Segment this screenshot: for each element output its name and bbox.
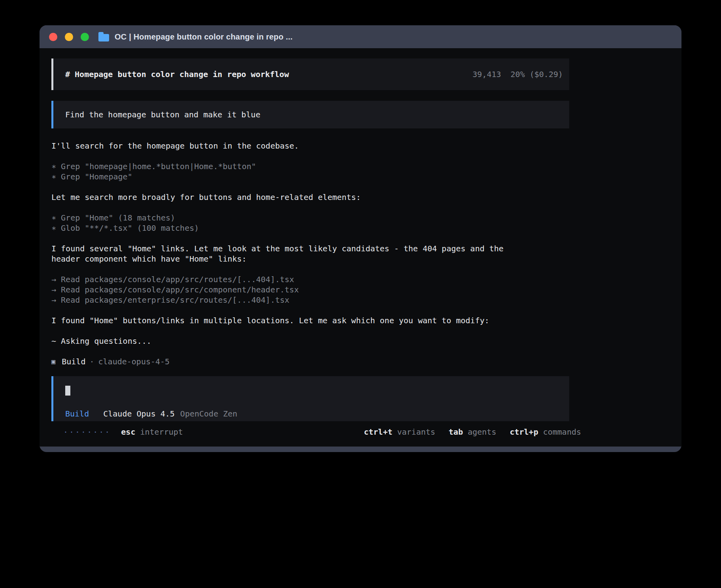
assistant-message: I'll search for the homepage button in t…: [51, 141, 569, 151]
keyboard-hints: ctrl+t variants tab agents ctrl+p comman…: [364, 427, 581, 437]
hint-label: variants: [397, 427, 435, 437]
folder-icon: [98, 34, 109, 41]
tool-call-line: ∗ Grep "homepage|home.*button|Home.*butt…: [51, 161, 569, 172]
hint-key: ctrl+t: [364, 427, 392, 437]
esc-key-label: esc: [121, 427, 135, 437]
model-provider: OpenCode Zen: [180, 409, 238, 419]
hint-key: ctrl+p: [510, 427, 538, 437]
interrupt-label: interrupt: [140, 427, 183, 437]
assistant-text-line: Let me search more broadly for buttons a…: [51, 192, 569, 202]
spinner-dots: ········: [63, 427, 111, 437]
tool-call-line: → Read packages/console/app/src/routes/[…: [51, 274, 569, 285]
status-bar: ········ esc interrupt ctrl+t variants t…: [63, 427, 581, 437]
zoom-button[interactable]: [81, 33, 89, 41]
agent-separator: ·: [89, 356, 94, 367]
tool-call-line: ∗ Glob "**/*.tsx" (100 matches): [51, 223, 569, 233]
tool-call-line: ∗ Grep "Homepage": [51, 172, 569, 182]
window-controls: [49, 33, 89, 41]
agent-name: Build: [62, 356, 85, 367]
hint-agents: tab agents: [449, 427, 496, 437]
status-text: ~ Asking questions...: [51, 336, 569, 346]
model-name: Claude Opus 4.5: [103, 409, 175, 419]
model-status-line: Build Claude Opus 4.5 OpenCode Zen: [65, 409, 557, 419]
prompt-input[interactable]: Build Claude Opus 4.5 OpenCode Zen: [51, 376, 569, 421]
hint-key: tab: [449, 427, 463, 437]
tool-call-line: → Read packages/console/app/src/componen…: [51, 285, 569, 295]
titlebar: OC | Homepage button color change in rep…: [40, 25, 681, 48]
hint-commands: ctrl+p commands: [510, 427, 581, 437]
tool-call-group: ∗ Grep "homepage|home.*button|Home.*butt…: [51, 161, 569, 182]
window-title-group: OC | Homepage button color change in rep…: [98, 32, 293, 41]
tool-call-group: → Read packages/console/app/src/routes/[…: [51, 274, 569, 305]
assistant-message: Let me search more broadly for buttons a…: [51, 192, 569, 202]
assistant-message: I found several "Home" links. Let me loo…: [51, 243, 569, 264]
session-stats: 39,413 20% ($0.29): [472, 70, 563, 79]
hint-label: agents: [468, 427, 496, 437]
agent-icon: ▣: [51, 356, 55, 367]
terminal-content: # Homepage button color change in repo w…: [40, 48, 681, 447]
agent-model: claude-opus-4-5: [98, 356, 170, 367]
assistant-text-line: I found "Home" buttons/links in multiple…: [51, 315, 569, 326]
user-message: Find the homepage button and make it blu…: [51, 101, 569, 128]
user-message-text: Find the homepage button and make it blu…: [65, 109, 260, 120]
context-usage: 20% ($0.29): [511, 70, 563, 79]
assistant-text-line: header component which have "Home" links…: [51, 254, 569, 264]
minimize-button[interactable]: [65, 33, 73, 41]
status-line: ~ Asking questions...: [51, 336, 569, 346]
session-title: # Homepage button color change in repo w…: [65, 69, 289, 79]
hint-variants: ctrl+t variants: [364, 427, 435, 437]
hint-label: commands: [543, 427, 581, 437]
agent-mode-label: Build: [65, 409, 89, 419]
assistant-text-line: I found several "Home" links. Let me loo…: [51, 243, 569, 254]
window-title: OC | Homepage button color change in rep…: [115, 32, 293, 41]
assistant-text-line: I'll search for the homepage button in t…: [51, 141, 569, 151]
tool-call-line: ∗ Grep "Home" (18 matches): [51, 213, 569, 223]
agent-status: ▣ Build · claude-opus-4-5: [51, 356, 569, 367]
session-header: # Homepage button color change in repo w…: [51, 58, 569, 90]
interrupt-hint: esc interrupt: [121, 427, 183, 437]
close-button[interactable]: [49, 33, 57, 41]
tool-call-line: → Read packages/enterprise/src/routes/[.…: [51, 295, 569, 305]
transcript: I'll search for the homepage button in t…: [51, 141, 569, 367]
tool-call-group: ∗ Grep "Home" (18 matches) ∗ Glob "**/*.…: [51, 213, 569, 233]
token-count: 39,413: [472, 70, 501, 79]
assistant-message: I found "Home" buttons/links in multiple…: [51, 315, 569, 326]
text-cursor: [65, 386, 70, 396]
terminal-window: OC | Homepage button color change in rep…: [40, 25, 681, 452]
